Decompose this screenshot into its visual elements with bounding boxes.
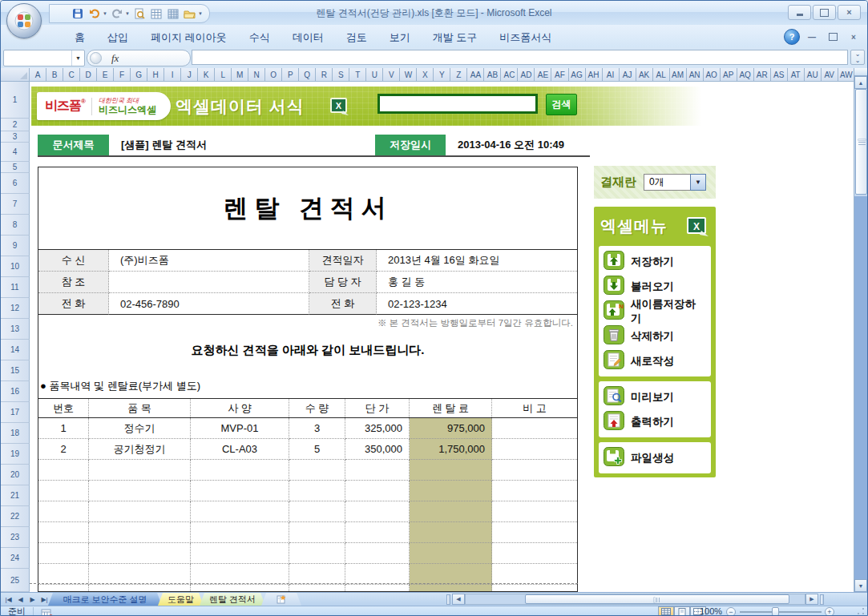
search-button[interactable]: 검색: [546, 94, 577, 115]
saved-at-value[interactable]: 2013-04-16 오전 10:49: [458, 135, 564, 155]
item-cell[interactable]: [38, 543, 89, 564]
info-value[interactable]: 02-123-1234: [377, 293, 577, 315]
ribbon-tab-8[interactable]: 비즈폼서식: [488, 27, 563, 48]
info-value[interactable]: 2013년 4월 16일 화요일: [377, 250, 577, 272]
column-header-K[interactable]: K: [198, 68, 215, 82]
menu-item-삭제하기[interactable]: 삭제하기: [604, 324, 706, 348]
item-cell[interactable]: [191, 460, 289, 481]
item-cell[interactable]: [89, 543, 191, 564]
column-header-F[interactable]: F: [114, 68, 131, 82]
item-cell[interactable]: [345, 460, 410, 481]
column-header-AS[interactable]: AS: [771, 68, 788, 82]
column-header-A[interactable]: A: [30, 68, 46, 82]
item-cell[interactable]: [492, 501, 577, 522]
item-cell[interactable]: [38, 522, 89, 543]
help-icon[interactable]: ?: [784, 29, 800, 45]
row-header-6[interactable]: 6: [1, 173, 30, 194]
prev-sheet-icon[interactable]: ◀: [14, 594, 26, 605]
item-cell[interactable]: [38, 460, 89, 481]
ribbon-tab-1[interactable]: 삽입: [96, 27, 139, 48]
scroll-down-icon[interactable]: ▼: [854, 579, 867, 592]
column-header-AI[interactable]: AI: [603, 68, 620, 82]
row-header-3[interactable]: 3: [1, 131, 30, 143]
item-cell[interactable]: CL-A03: [191, 439, 289, 460]
column-header-P[interactable]: P: [282, 68, 299, 82]
tab-split-handle[interactable]: [446, 594, 450, 605]
row-header-5[interactable]: 5: [1, 162, 30, 173]
item-cell[interactable]: 350,000: [345, 439, 410, 460]
item-cell[interactable]: [38, 585, 89, 592]
close-button[interactable]: ×: [838, 5, 861, 20]
item-cell[interactable]: [289, 564, 345, 585]
column-header-B[interactable]: B: [46, 68, 63, 82]
column-header-D[interactable]: D: [80, 68, 97, 82]
item-cell[interactable]: [345, 543, 410, 564]
menu-item-미리보기[interactable]: 미리보기: [604, 384, 706, 409]
menu-item-파일생성[interactable]: 파일생성: [604, 445, 706, 470]
row-header-23[interactable]: 23: [1, 527, 30, 548]
insert-function-button[interactable]: fx: [87, 50, 191, 66]
item-cell[interactable]: [410, 481, 492, 501]
item-cell[interactable]: [410, 522, 492, 543]
row-header-9[interactable]: 9: [1, 236, 30, 256]
row-header-16[interactable]: 16: [1, 381, 30, 402]
name-box-dropdown-icon[interactable]: ▼: [71, 50, 84, 66]
vertical-split-handle[interactable]: [854, 68, 867, 76]
row-header-25[interactable]: 25: [1, 569, 30, 592]
ribbon-tab-2[interactable]: 페이지 레이아웃: [139, 27, 238, 48]
column-header-O[interactable]: O: [265, 68, 282, 82]
item-cell[interactable]: [492, 564, 577, 585]
ribbon-tab-0[interactable]: 홈: [63, 27, 96, 48]
item-cell[interactable]: [345, 522, 410, 543]
column-header-AC[interactable]: AC: [501, 68, 518, 82]
column-header-H[interactable]: H: [147, 68, 164, 82]
item-cell[interactable]: [410, 501, 492, 522]
column-header-AV[interactable]: AV: [822, 68, 838, 82]
quotation-message[interactable]: 요청하신 견적을 아래와 같이 보내드립니다.: [38, 332, 577, 369]
item-cell[interactable]: [289, 501, 345, 522]
sheet-tab-1[interactable]: 도움말: [158, 593, 204, 606]
item-cell[interactable]: [492, 543, 577, 564]
search-input[interactable]: [377, 94, 538, 114]
column-header-U[interactable]: U: [366, 68, 383, 82]
menu-item-출력하기[interactable]: 출력하기: [604, 409, 706, 434]
page-layout-view-icon[interactable]: [674, 606, 690, 616]
minimize-button[interactable]: [788, 5, 811, 20]
vertical-scroll-track[interactable]: [854, 196, 867, 579]
column-header-Y[interactable]: Y: [434, 68, 450, 82]
menu-item-저장하기[interactable]: 저장하기: [604, 249, 706, 274]
column-header-W[interactable]: W: [400, 68, 417, 82]
last-sheet-icon[interactable]: ▶|: [38, 594, 50, 605]
scroll-left-icon[interactable]: ◀: [452, 594, 465, 605]
item-cell[interactable]: [191, 543, 289, 564]
first-sheet-icon[interactable]: |◀: [2, 594, 14, 605]
menu-item-새로작성[interactable]: 새로작성: [604, 348, 706, 373]
column-header-AE[interactable]: AE: [535, 68, 551, 82]
item-cell[interactable]: [345, 481, 410, 501]
formula-input[interactable]: [192, 50, 848, 65]
column-header-AD[interactable]: AD: [518, 68, 535, 82]
column-header-AA[interactable]: AA: [467, 68, 484, 82]
item-cell[interactable]: 공기청정기: [89, 439, 191, 460]
column-header-AN[interactable]: AN: [687, 68, 704, 82]
next-sheet-icon[interactable]: ▶: [26, 594, 38, 605]
item-cell[interactable]: [492, 460, 577, 481]
select-all-corner[interactable]: [1, 68, 30, 82]
vertical-scroll-thumb[interactable]: [855, 89, 867, 195]
approval-count-dropdown[interactable]: 0개 ▼: [644, 174, 706, 191]
row-header-7[interactable]: 7: [1, 194, 30, 215]
item-cell[interactable]: [492, 522, 577, 543]
info-value[interactable]: (주)비즈폼: [109, 250, 309, 272]
workbook-restore-button[interactable]: [824, 31, 842, 43]
item-cell[interactable]: [89, 481, 191, 501]
item-cell[interactable]: [191, 501, 289, 522]
row-header-18[interactable]: 18: [1, 423, 30, 444]
item-cell[interactable]: 975,000: [410, 418, 492, 439]
horizontal-split-handle[interactable]: [820, 594, 824, 605]
zoom-out-icon[interactable]: −: [726, 607, 736, 616]
item-cell[interactable]: 5: [289, 439, 345, 460]
item-cell[interactable]: [289, 460, 345, 481]
column-header-AJ[interactable]: AJ: [620, 68, 636, 82]
row-header-20[interactable]: 20: [1, 465, 30, 485]
column-header-Q[interactable]: Q: [299, 68, 316, 82]
